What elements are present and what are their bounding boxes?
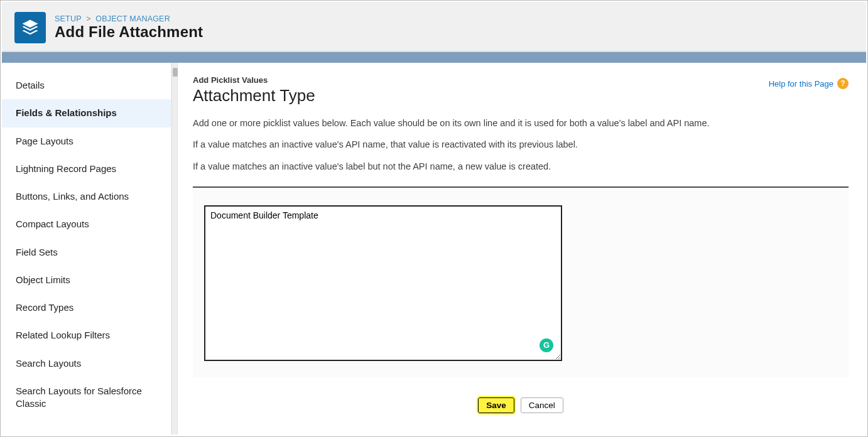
description-line-2: If a value matches an inactive value's A… [193,138,849,151]
decorative-pattern-bar [2,51,866,63]
sidebar-item-related-lookup-filters[interactable]: Related Lookup Filters [2,321,171,349]
help-icon: ? [837,78,849,89]
object-icon [14,12,46,43]
sidebar-item-fields-relationships[interactable]: Fields & Relationships [2,99,171,127]
header-text: SETUP > OBJECT MANAGER Add File Attachme… [55,14,203,41]
content-pane: Add Picklist Values Attachment Type Help… [178,63,866,434]
resize-divider[interactable] [171,63,178,434]
description-line-3: If a value matches an inactive value's l… [193,160,849,173]
picklist-form: G [193,186,849,377]
sidebar-item-buttons-links-actions[interactable]: Buttons, Links, and Actions [2,183,171,210]
sidebar-item-search-layouts[interactable]: Search Layouts [2,350,171,377]
resize-handle[interactable] [173,68,178,77]
sidebar-item-search-layouts-classic[interactable]: Search Layouts for Salesforce Classic [2,377,171,418]
page-header: SETUP > OBJECT MANAGER Add File Attachme… [2,2,866,51]
section-pretitle: Add Picklist Values [193,75,315,85]
grammarly-icon[interactable]: G [540,338,553,352]
sidebar-item-object-limits[interactable]: Object Limits [2,266,171,294]
description-line-1: Add one or more picklist values below. E… [193,117,849,129]
page-title: Add File Attachment [55,23,203,41]
breadcrumb: SETUP > OBJECT MANAGER [55,14,203,23]
sidebar-item-lightning-record-pages[interactable]: Lightning Record Pages [2,155,171,183]
picklist-values-textarea[interactable] [204,205,562,361]
help-link[interactable]: Help for this Page ? [769,78,849,89]
sidebar-item-compact-layouts[interactable]: Compact Layouts [2,210,171,238]
title-block: Add Picklist Values Attachment Type [193,75,315,117]
cancel-button[interactable]: Cancel [521,397,563,413]
breadcrumb-object-manager[interactable]: OBJECT MANAGER [95,14,170,23]
app-frame: SETUP > OBJECT MANAGER Add File Attachme… [1,1,867,436]
sidebar-item-record-types[interactable]: Record Types [2,294,171,321]
main-region: Details Fields & Relationships Page Layo… [2,63,866,434]
help-link-label: Help for this Page [769,79,833,89]
description-block: Add one or more picklist values below. E… [193,117,849,173]
save-button[interactable]: Save [478,397,514,413]
sidebar-item-page-layouts[interactable]: Page Layouts [2,127,171,155]
sidebar-item-details[interactable]: Details [2,72,171,99]
section-title: Attachment Type [193,86,315,105]
textarea-wrap: G [204,205,562,364]
sidebar: Details Fields & Relationships Page Layo… [2,63,171,434]
layers-icon [21,18,40,37]
content-header-row: Add Picklist Values Attachment Type Help… [193,75,849,117]
button-row: Save Cancel [193,391,849,413]
breadcrumb-setup[interactable]: SETUP [55,14,81,23]
breadcrumb-separator: > [86,14,91,23]
sidebar-item-field-sets[interactable]: Field Sets [2,239,171,266]
